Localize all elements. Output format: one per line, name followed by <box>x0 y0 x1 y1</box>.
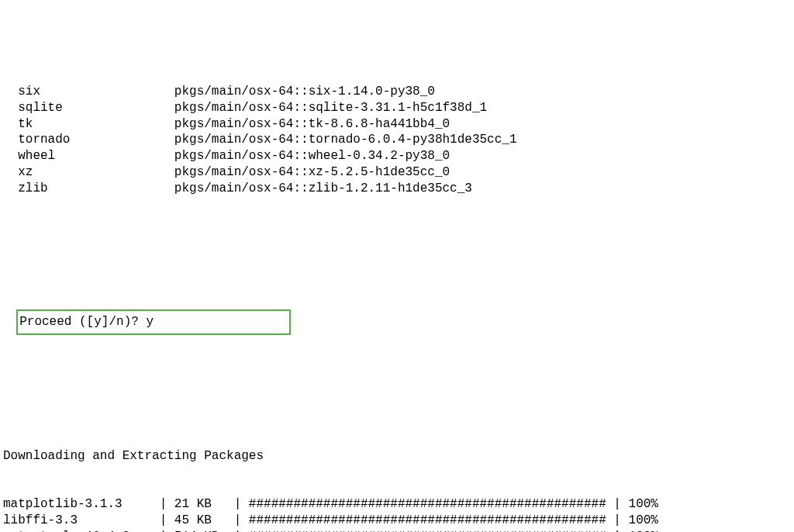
blank-line <box>3 399 791 416</box>
download-progress-list: matplotlib-3.1.3 | 21 KB | #############… <box>3 496 791 532</box>
package-spec-list: six pkgs/main/osx-64::six-1.14.0-py38_0 … <box>3 84 791 197</box>
package-spec-row: tornado pkgs/main/osx-64::tornado-6.0.4-… <box>3 132 791 148</box>
package-spec-row: tk pkgs/main/osx-64::tk-8.6.8-ha441bb4_0 <box>3 116 791 133</box>
download-progress-row: setuptools-46.4.0 | 514 KB | ###########… <box>3 529 791 533</box>
package-spec-row: zlib pkgs/main/osx-64::zlib-1.2.11-h1de3… <box>3 181 791 197</box>
download-heading: Downloading and Extracting Packages <box>3 448 791 465</box>
download-progress-row: matplotlib-3.1.3 | 21 KB | #############… <box>3 496 791 513</box>
package-spec-row: wheel pkgs/main/osx-64::wheel-0.34.2-py3… <box>3 148 791 164</box>
package-spec-row: sqlite pkgs/main/osx-64::sqlite-3.31.1-h… <box>3 100 791 116</box>
blank-line <box>3 278 791 294</box>
download-progress-row: libffi-3.3 | 45 KB | ###################… <box>3 513 791 529</box>
package-spec-row: six pkgs/main/osx-64::six-1.14.0-py38_0 <box>3 84 791 100</box>
blank-line <box>3 229 791 245</box>
terminal-output[interactable]: six pkgs/main/osx-64::six-1.14.0-py38_0 … <box>0 48 794 532</box>
proceed-prompt-highlight: Proceed ([y]/n)? y <box>16 309 291 335</box>
package-spec-row: xz pkgs/main/osx-64::xz-5.2.5-h1de35cc_0 <box>3 164 791 181</box>
proceed-prompt: Proceed ([y]/n)? y <box>19 315 154 329</box>
blank-line <box>3 351 791 368</box>
